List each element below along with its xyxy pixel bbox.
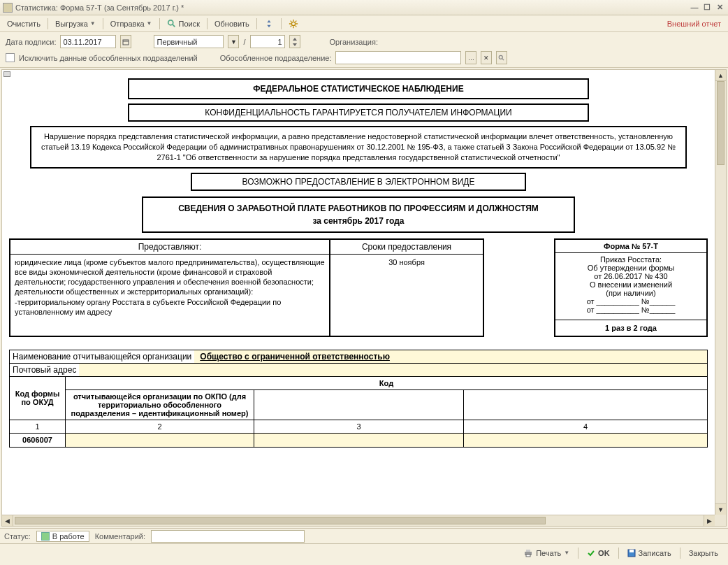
form-order: Приказ Росстата: Об утверждении формы от… (555, 253, 706, 320)
spinner-icon (292, 38, 298, 46)
close-form-button[interactable]: Закрыть (683, 548, 724, 559)
org-label: Организация: (330, 38, 378, 46)
comment-input[interactable] (151, 530, 305, 543)
document-viewport[interactable]: ФЕДЕРАЛЬНОЕ СТАТИСТИЧЕСКОЕ НАБЛЮДЕНИЕ КО… (2, 70, 715, 515)
form-info-box: Форма № 57-Т Приказ Росстата: Об утвержд… (554, 238, 708, 337)
deadline-body: 30 ноября (330, 255, 483, 270)
app-icon (3, 3, 13, 13)
svg-line-1 (172, 24, 175, 27)
calendar-icon (122, 38, 129, 45)
org-name-row: Наименование отчитывающейся организации … (9, 350, 708, 363)
code-table: Код формы по ОКУД Код отчитывающейся орг… (9, 376, 708, 448)
scroll-left-icon[interactable]: ◀ (2, 515, 13, 526)
banner-confidential: КОНФИДЕНЦИАЛЬНОСТЬ ГАРАНТИРУЕТСЯ ПОЛУЧАТ… (128, 103, 589, 122)
titlebar: Статистика: Форма 57-Т (за Сентябрь 2017… (0, 0, 728, 15)
exclude-label: Исключить данные обособленных подразделе… (19, 54, 198, 62)
search-icon (498, 55, 505, 62)
comment-label: Комментарий: (95, 532, 145, 541)
type-dropdown-button[interactable]: ▼ (228, 35, 239, 48)
print-button[interactable]: Печать▼ (518, 547, 575, 559)
vertical-scrollbar[interactable]: ▲ ▼ (715, 70, 726, 515)
printer-icon (523, 548, 533, 558)
gear-icon (289, 19, 298, 29)
external-report-label: Внешний отчет (667, 20, 725, 28)
status-icon (41, 532, 50, 541)
code3-cell[interactable] (254, 433, 464, 447)
check-icon (587, 549, 595, 557)
window-title: Статистика: Форма 57-Т (за Сентябрь 2017… (15, 3, 687, 12)
svg-rect-9 (526, 555, 530, 557)
refresh-button[interactable]: Обновить (210, 18, 254, 29)
params-panel: Дата подписи: Первичный ▼ / Организация:… (0, 32, 728, 68)
scroll-thumb[interactable] (717, 81, 725, 165)
address-value[interactable] (79, 364, 707, 376)
scroll-thumb-h[interactable] (15, 517, 546, 524)
deadline-header: Сроки предоставления (330, 240, 483, 255)
scroll-down-icon[interactable]: ▼ (715, 503, 726, 515)
document-area: ФЕДЕРАЛЬНОЕ СТАТИСТИЧЕСКОЕ НАБЛЮДЕНИЕ КО… (1, 69, 727, 527)
svg-rect-3 (123, 40, 129, 45)
okud-header: Код формы по ОКУД (10, 376, 66, 420)
svg-point-2 (291, 22, 295, 25)
statusbar: Статус: В работе Комментарий: (0, 528, 728, 543)
okpo-header: отчитывающейся организации по ОКПО (для … (66, 389, 254, 420)
subdiv-clear-button[interactable]: ✕ (481, 51, 492, 64)
close-button[interactable]: ✕ (714, 3, 725, 13)
status-select[interactable]: В работе (36, 531, 89, 542)
horizontal-scrollbar[interactable]: ◀ ▶ (2, 515, 715, 526)
code-header: Код (66, 376, 708, 389)
ok-button[interactable]: OK (581, 548, 616, 559)
chevron-down-icon: ▼ (564, 550, 569, 556)
form-number: Форма № 57-Т (555, 240, 706, 253)
scroll-corner (715, 515, 726, 526)
search-icon (167, 19, 177, 29)
number-spinner[interactable] (289, 35, 300, 48)
meta-row: Предоставляют: юридические лица (кроме с… (9, 238, 708, 337)
export-button[interactable]: Выгрузка▼ (51, 18, 100, 29)
form-period: 1 раз в 2 года (555, 320, 706, 336)
minimize-button[interactable]: — (689, 3, 700, 13)
scroll-up-icon[interactable]: ▲ (715, 70, 726, 81)
chevron-down-icon: ▼ (147, 20, 152, 27)
code4-cell[interactable] (464, 433, 708, 447)
save-icon (627, 549, 636, 557)
scroll-right-icon[interactable]: ▶ (704, 515, 715, 526)
svg-point-0 (168, 20, 173, 24)
chevron-down-icon: ▼ (90, 20, 96, 27)
banner-warning: Нарушение порядка представления статисти… (30, 126, 687, 169)
maximize-button[interactable]: ☐ (701, 3, 713, 13)
search-button[interactable]: Поиск (163, 17, 204, 30)
status-label: Статус: (4, 532, 31, 541)
toolbar: Очистить Выгрузка▼ Отправка▼ Поиск Обнов… (0, 15, 728, 32)
provide-header: Предоставляют: (10, 240, 329, 255)
clear-button[interactable]: Очистить (3, 18, 45, 29)
bottombar: Печать▼ OK Записать Закрыть (0, 543, 728, 562)
exclude-checkbox[interactable] (6, 53, 15, 62)
expand-button[interactable] (260, 17, 278, 30)
address-row: Почтовый адрес (9, 363, 708, 376)
save-button[interactable]: Записать (622, 548, 677, 559)
chevron-down-icon: ▼ (231, 38, 237, 45)
report-type-select[interactable]: Первичный (154, 35, 224, 48)
form-title-block: СВЕДЕНИЯ О ЗАРАБОТНОЙ ПЛАТЕ РАБОТНИКОВ П… (142, 196, 575, 233)
svg-point-5 (500, 55, 503, 59)
subdiv-select-button[interactable]: … (465, 51, 476, 64)
date-input[interactable] (60, 35, 116, 48)
settings-button[interactable] (284, 17, 303, 30)
okud-value: 0606007 (10, 433, 66, 447)
calendar-button[interactable] (120, 35, 131, 48)
subdiv-search-button[interactable] (496, 51, 507, 64)
subdiv-label: Обособленное подразделение: (220, 54, 332, 62)
svg-rect-8 (526, 550, 530, 552)
svg-line-6 (502, 58, 504, 60)
number-input[interactable] (250, 35, 285, 48)
subdiv-input[interactable] (335, 51, 461, 64)
date-label: Дата подписи: (6, 38, 56, 46)
provide-body: юридические лица (кроме субъектов малого… (10, 255, 329, 331)
expand-icon (264, 19, 274, 29)
banner-electronic: ВОЗМОЖНО ПРЕДОСТАВЛЕНИЕ В ЭЛЕКТРОННОМ ВИ… (191, 173, 526, 191)
org-name-value[interactable]: Общество с ограниченной ответственностью (194, 350, 707, 363)
okpo-cell[interactable] (66, 433, 254, 447)
send-button[interactable]: Отправка▼ (106, 18, 156, 29)
banner-federal: ФЕДЕРАЛЬНОЕ СТАТИСТИЧЕСКОЕ НАБЛЮДЕНИЕ (128, 78, 589, 99)
